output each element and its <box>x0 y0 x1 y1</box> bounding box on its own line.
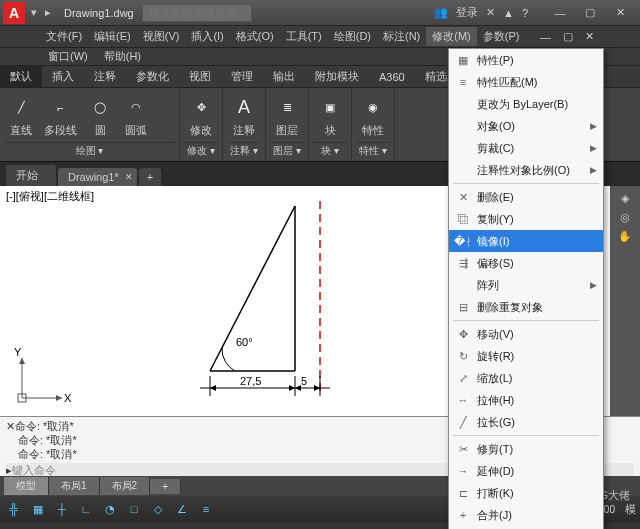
status-polar-icon[interactable]: ◔ <box>100 499 120 519</box>
ribtab-annot[interactable]: 注释 <box>84 66 126 87</box>
menu-item[interactable]: ✕删除(E) <box>449 186 603 208</box>
line-button[interactable]: ╱直线 <box>4 93 38 140</box>
menu-item[interactable]: ⊟删除重复对象 <box>449 296 603 318</box>
status-otrack-icon[interactable]: ∠ <box>172 499 192 519</box>
layout-1[interactable]: 布局1 <box>49 477 100 495</box>
menu-item[interactable]: ✥移动(V) <box>449 323 603 345</box>
panel-draw-label[interactable]: 绘图 ▾ <box>4 142 175 159</box>
menu-tools[interactable]: 工具(T) <box>280 27 328 46</box>
menu-item[interactable]: ≡特性匹配(M) <box>449 71 603 93</box>
modify-button[interactable]: ✥修改 <box>184 93 218 140</box>
navbar-pan-icon[interactable]: ✋ <box>618 230 632 243</box>
menu-item[interactable]: ▦特性(P) <box>449 49 603 71</box>
nav-bar: ◈ ◎ ✋ <box>610 186 640 416</box>
panel-block: ▣块块 ▾ <box>309 88 352 161</box>
menu-item-label: 偏移(S) <box>477 256 514 271</box>
ribtab-param[interactable]: 参数化 <box>126 66 179 87</box>
menu-param[interactable]: 参数(P) <box>477 27 526 46</box>
menu-item[interactable]: ╱拉长(G) <box>449 411 603 433</box>
tab-drawing1[interactable]: Drawing1*✕ <box>58 168 137 186</box>
layout-new[interactable]: + <box>150 479 181 494</box>
menu-item[interactable]: 更改为 ByLayer(B) <box>449 93 603 115</box>
menu-item[interactable]: ⇶偏移(S) <box>449 252 603 274</box>
tab-close-icon[interactable]: ✕ <box>125 172 133 182</box>
qat-arrow-icon[interactable]: ▸ <box>42 5 54 20</box>
prop-button[interactable]: ◉特性 <box>356 93 390 140</box>
layer-button[interactable]: ≣图层 <box>270 93 304 140</box>
ribtab-default[interactable]: 默认 <box>0 66 42 87</box>
tab-start[interactable]: 开始 <box>6 165 56 186</box>
status-3dosnap-icon[interactable]: ◇ <box>148 499 168 519</box>
menu-draw[interactable]: 绘图(D) <box>328 27 377 46</box>
navbar-compass-icon[interactable]: ◈ <box>621 192 629 205</box>
menu-item[interactable]: 阵列▶ <box>449 274 603 296</box>
qat-menu-icon[interactable]: ▾ <box>28 5 40 20</box>
menu-item[interactable]: 注释性对象比例(O)▶ <box>449 159 603 181</box>
doc-max-icon[interactable]: ▢ <box>557 28 579 45</box>
minimize-button[interactable]: — <box>546 3 574 23</box>
svg-text:X: X <box>64 392 72 404</box>
ribtab-a360[interactable]: A360 <box>369 68 415 86</box>
menu-item[interactable]: ⤢缩放(L) <box>449 367 603 389</box>
menu-item-icon: ✂ <box>455 441 471 457</box>
menu-item[interactable]: �⟊镜像(I) <box>449 230 603 252</box>
cmd-close-icon[interactable]: ✕ <box>6 419 15 433</box>
view-label[interactable]: [-][俯视][二维线框] <box>6 189 94 204</box>
block-icon: ▣ <box>317 95 343 121</box>
search-input[interactable] <box>142 4 252 22</box>
menu-format[interactable]: 格式(O) <box>230 27 280 46</box>
status-mode[interactable]: 模 <box>625 502 636 517</box>
exchange-icon[interactable]: ✕ <box>486 6 495 19</box>
help-icon[interactable]: ? <box>522 7 528 19</box>
arc-button[interactable]: ◠圆弧 <box>119 93 153 140</box>
maximize-button[interactable]: ▢ <box>576 3 604 23</box>
angle-label: 60° <box>236 336 253 348</box>
menu-modify[interactable]: 修改(M) <box>426 27 477 46</box>
app-logo[interactable]: A <box>3 2 25 24</box>
menu-file[interactable]: 文件(F) <box>40 27 88 46</box>
doc-close-icon[interactable]: ✕ <box>579 28 600 45</box>
menu-item[interactable]: ↻旋转(R) <box>449 345 603 367</box>
navbar-wheel-icon[interactable]: ◎ <box>620 211 630 224</box>
status-ortho-icon[interactable]: ∟ <box>76 499 96 519</box>
menu-item-label: 对象(O) <box>477 119 515 134</box>
status-model-icon[interactable]: ╬ <box>4 499 24 519</box>
menu-window[interactable]: 窗口(W) <box>40 48 96 65</box>
annot-button[interactable]: A注释 <box>227 93 261 140</box>
menu-insert[interactable]: 插入(I) <box>185 27 229 46</box>
tab-new[interactable]: + <box>139 168 161 186</box>
menu-item[interactable]: →延伸(D) <box>449 460 603 482</box>
menu-item[interactable]: 对象(O)▶ <box>449 115 603 137</box>
cloud-icon[interactable]: ▲ <box>503 7 514 19</box>
menu-dim[interactable]: 标注(N) <box>377 27 426 46</box>
menu-view[interactable]: 视图(V) <box>137 27 186 46</box>
cmd-input[interactable]: 键入命令 <box>12 463 56 477</box>
menu-item[interactable]: ⿻复制(Y) <box>449 208 603 230</box>
ribtab-addons[interactable]: 附加模块 <box>305 66 369 87</box>
menu-item[interactable]: +合并(J) <box>449 504 603 526</box>
ribtab-insert[interactable]: 插入 <box>42 66 84 87</box>
menu-item[interactable]: ↔拉伸(H) <box>449 389 603 411</box>
menu-item[interactable]: ✂修剪(T) <box>449 438 603 460</box>
ribtab-output[interactable]: 输出 <box>263 66 305 87</box>
user-icon[interactable]: 👥 <box>434 6 448 19</box>
status-lw-icon[interactable]: ≡ <box>196 499 216 519</box>
status-grid-icon[interactable]: ▦ <box>28 499 48 519</box>
ribtab-manage[interactable]: 管理 <box>221 66 263 87</box>
menu-item[interactable]: ⊏打断(K) <box>449 482 603 504</box>
layout-2[interactable]: 布局2 <box>100 477 151 495</box>
block-button[interactable]: ▣块 <box>313 93 347 140</box>
menu-edit[interactable]: 编辑(E) <box>88 27 137 46</box>
layout-model[interactable]: 模型 <box>4 477 49 495</box>
status-osnap-icon[interactable]: □ <box>124 499 144 519</box>
menu-help[interactable]: 帮助(H) <box>96 48 149 65</box>
login-link[interactable]: 登录 <box>456 5 478 20</box>
polyline-button[interactable]: ⌐多段线 <box>40 93 81 140</box>
doc-min-icon[interactable]: — <box>534 29 557 45</box>
close-button[interactable]: ✕ <box>606 3 634 23</box>
status-snap-icon[interactable]: ┼ <box>52 499 72 519</box>
circle-button[interactable]: ◯圆 <box>83 93 117 140</box>
menu-item[interactable]: 剪裁(C)▶ <box>449 137 603 159</box>
ribtab-view[interactable]: 视图 <box>179 66 221 87</box>
menu-item-label: 合并(J) <box>477 508 512 523</box>
